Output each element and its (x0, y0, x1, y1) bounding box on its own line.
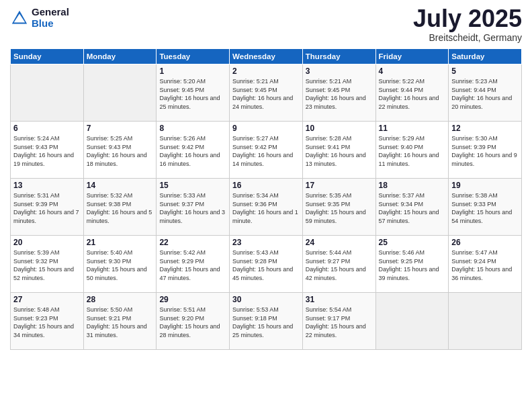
day-info: Sunrise: 5:50 AM Sunset: 9:21 PM Dayligh… (87, 306, 154, 339)
day-number: 11 (379, 124, 446, 133)
day-number: 31 (306, 295, 373, 304)
logo-icon (10, 9, 29, 28)
calendar-cell: 14Sunrise: 5:32 AM Sunset: 9:38 PM Dayli… (83, 179, 157, 236)
day-info: Sunrise: 5:39 AM Sunset: 9:32 PM Dayligh… (13, 248, 81, 282)
day-info: Sunrise: 5:26 AM Sunset: 9:42 PM Dayligh… (159, 134, 226, 168)
day-info: Sunrise: 5:35 AM Sunset: 9:35 PM Dayligh… (306, 191, 373, 225)
calendar-cell: 29Sunrise: 5:51 AM Sunset: 9:20 PM Dayli… (157, 293, 230, 350)
calendar-cell: 7Sunrise: 5:25 AM Sunset: 9:43 PM Daylig… (83, 122, 157, 179)
day-info: Sunrise: 5:33 AM Sunset: 9:37 PM Dayligh… (159, 191, 226, 225)
calendar-cell: 2Sunrise: 5:21 AM Sunset: 9:45 PM Daylig… (230, 64, 303, 122)
day-info: Sunrise: 5:40 AM Sunset: 9:30 PM Dayligh… (87, 248, 154, 282)
day-info: Sunrise: 5:28 AM Sunset: 9:41 PM Dayligh… (306, 134, 373, 168)
day-number: 2 (232, 66, 300, 76)
day-info: Sunrise: 5:53 AM Sunset: 9:18 PM Dayligh… (232, 306, 300, 339)
calendar-cell: 17Sunrise: 5:35 AM Sunset: 9:35 PM Dayli… (302, 179, 375, 236)
day-number: 18 (379, 181, 446, 190)
day-number: 12 (451, 124, 519, 133)
day-info: Sunrise: 5:22 AM Sunset: 9:44 PM Dayligh… (379, 77, 446, 111)
logo-blue-text: Blue (32, 18, 69, 30)
day-info: Sunrise: 5:30 AM Sunset: 9:39 PM Dayligh… (451, 134, 519, 168)
day-number: 9 (232, 124, 300, 133)
day-info: Sunrise: 5:24 AM Sunset: 9:43 PM Dayligh… (13, 134, 81, 168)
day-info: Sunrise: 5:38 AM Sunset: 9:33 PM Dayligh… (451, 191, 519, 225)
day-info: Sunrise: 5:27 AM Sunset: 9:42 PM Dayligh… (232, 134, 300, 168)
day-number: 25 (379, 238, 446, 247)
day-number: 8 (159, 124, 226, 133)
calendar-cell: 10Sunrise: 5:28 AM Sunset: 9:41 PM Dayli… (302, 122, 375, 179)
day-info: Sunrise: 5:54 AM Sunset: 9:17 PM Dayligh… (306, 306, 373, 339)
calendar-cell: 23Sunrise: 5:43 AM Sunset: 9:28 PM Dayli… (230, 236, 303, 293)
day-number: 19 (451, 181, 519, 190)
day-number: 21 (87, 238, 154, 247)
header: General Blue July 2025 Breitscheidt, Ger… (10, 7, 522, 43)
day-info: Sunrise: 5:37 AM Sunset: 9:34 PM Dayligh… (379, 191, 446, 225)
day-info: Sunrise: 5:25 AM Sunset: 9:43 PM Dayligh… (87, 134, 154, 168)
calendar-cell: 11Sunrise: 5:29 AM Sunset: 9:40 PM Dayli… (375, 122, 449, 179)
calendar-cell: 30Sunrise: 5:53 AM Sunset: 9:18 PM Dayli… (230, 293, 303, 350)
calendar-cell: 1Sunrise: 5:20 AM Sunset: 9:45 PM Daylig… (157, 64, 230, 122)
day-number: 5 (451, 66, 519, 76)
day-number: 28 (87, 295, 154, 304)
calendar-cell: 8Sunrise: 5:26 AM Sunset: 9:42 PM Daylig… (157, 122, 230, 179)
calendar-cell: 3Sunrise: 5:21 AM Sunset: 9:45 PM Daylig… (302, 64, 375, 122)
day-info: Sunrise: 5:32 AM Sunset: 9:38 PM Dayligh… (87, 191, 154, 225)
header-day-sunday: Sunday (11, 49, 84, 64)
calendar-cell: 4Sunrise: 5:22 AM Sunset: 9:44 PM Daylig… (375, 64, 449, 122)
day-info: Sunrise: 5:20 AM Sunset: 9:45 PM Dayligh… (159, 77, 226, 111)
calendar-cell: 27Sunrise: 5:48 AM Sunset: 9:23 PM Dayli… (11, 293, 84, 350)
calendar-cell: 12Sunrise: 5:30 AM Sunset: 9:39 PM Dayli… (449, 122, 522, 179)
day-number: 7 (87, 124, 154, 133)
calendar-cell: 22Sunrise: 5:42 AM Sunset: 9:29 PM Dayli… (157, 236, 230, 293)
day-number: 16 (232, 181, 300, 190)
day-info: Sunrise: 5:44 AM Sunset: 9:27 PM Dayligh… (306, 248, 373, 282)
header-day-thursday: Thursday (302, 49, 375, 64)
title-area: July 2025 Breitscheidt, Germany (413, 7, 522, 43)
day-number: 23 (232, 238, 300, 247)
header-day-monday: Monday (83, 49, 157, 64)
calendar-cell: 18Sunrise: 5:37 AM Sunset: 9:34 PM Dayli… (375, 179, 449, 236)
day-number: 15 (159, 181, 226, 190)
calendar-cell: 9Sunrise: 5:27 AM Sunset: 9:42 PM Daylig… (230, 122, 303, 179)
day-info: Sunrise: 5:47 AM Sunset: 9:24 PM Dayligh… (451, 248, 519, 282)
day-number: 1 (159, 66, 226, 76)
day-info: Sunrise: 5:51 AM Sunset: 9:20 PM Dayligh… (159, 306, 226, 339)
calendar-cell: 19Sunrise: 5:38 AM Sunset: 9:33 PM Dayli… (449, 179, 522, 236)
header-day-saturday: Saturday (449, 49, 522, 64)
day-number: 30 (232, 295, 300, 304)
day-number: 6 (13, 124, 81, 133)
calendar-cell: 26Sunrise: 5:47 AM Sunset: 9:24 PM Dayli… (449, 236, 522, 293)
month-title: July 2025 (413, 7, 522, 31)
day-info: Sunrise: 5:43 AM Sunset: 9:28 PM Dayligh… (232, 248, 300, 282)
day-number: 13 (13, 181, 81, 190)
day-info: Sunrise: 5:23 AM Sunset: 9:44 PM Dayligh… (451, 77, 519, 111)
calendar-cell: 6Sunrise: 5:24 AM Sunset: 9:43 PM Daylig… (11, 122, 84, 179)
header-day-wednesday: Wednesday (230, 49, 303, 64)
calendar-table: SundayMondayTuesdayWednesdayThursdayFrid… (10, 48, 522, 350)
day-number: 24 (306, 238, 373, 247)
day-number: 27 (13, 295, 81, 304)
day-info: Sunrise: 5:34 AM Sunset: 9:36 PM Dayligh… (232, 191, 300, 225)
day-info: Sunrise: 5:31 AM Sunset: 9:39 PM Dayligh… (13, 191, 81, 225)
calendar-page: General Blue July 2025 Breitscheidt, Ger… (0, 0, 532, 411)
calendar-cell (375, 293, 449, 350)
day-number: 20 (13, 238, 81, 247)
location: Breitscheidt, Germany (413, 32, 522, 43)
day-number: 22 (159, 238, 226, 247)
calendar-cell: 24Sunrise: 5:44 AM Sunset: 9:27 PM Dayli… (302, 236, 375, 293)
logo-general-text: General (32, 7, 69, 18)
day-number: 10 (306, 124, 373, 133)
calendar-week-3: 13Sunrise: 5:31 AM Sunset: 9:39 PM Dayli… (11, 179, 522, 236)
calendar-week-2: 6Sunrise: 5:24 AM Sunset: 9:43 PM Daylig… (11, 122, 522, 179)
day-number: 3 (306, 66, 373, 76)
calendar-cell: 15Sunrise: 5:33 AM Sunset: 9:37 PM Dayli… (157, 179, 230, 236)
logo: General Blue (10, 7, 69, 29)
day-number: 17 (306, 181, 373, 190)
day-info: Sunrise: 5:42 AM Sunset: 9:29 PM Dayligh… (159, 248, 226, 282)
calendar-week-1: 1Sunrise: 5:20 AM Sunset: 9:45 PM Daylig… (11, 64, 522, 122)
calendar-cell: 25Sunrise: 5:46 AM Sunset: 9:25 PM Dayli… (375, 236, 449, 293)
calendar-cell (449, 293, 522, 350)
calendar-cell: 13Sunrise: 5:31 AM Sunset: 9:39 PM Dayli… (11, 179, 84, 236)
calendar-cell: 20Sunrise: 5:39 AM Sunset: 9:32 PM Dayli… (11, 236, 84, 293)
day-info: Sunrise: 5:21 AM Sunset: 9:45 PM Dayligh… (232, 77, 300, 111)
